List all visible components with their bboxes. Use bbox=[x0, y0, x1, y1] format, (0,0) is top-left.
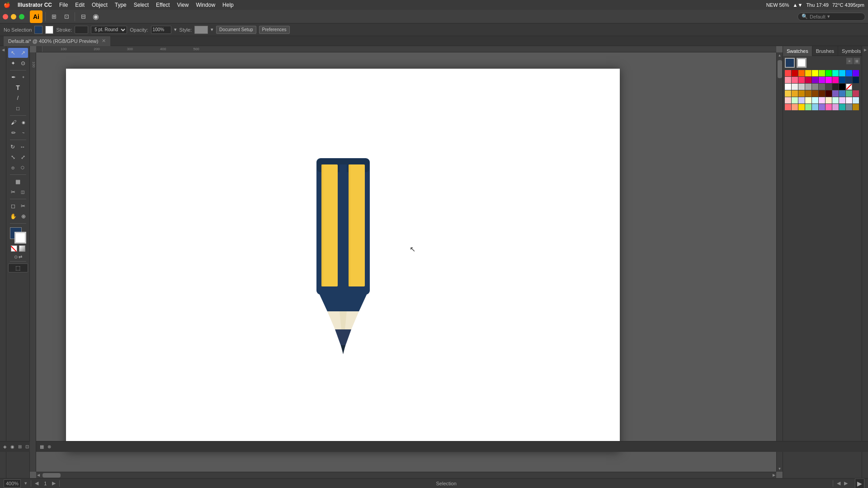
selection-tool-btn[interactable]: ↖ ↗ bbox=[8, 48, 28, 58]
horizontal-scrollbar[interactable]: ◀ ▶ bbox=[36, 472, 776, 478]
swatch-cell[interactable] bbox=[826, 104, 832, 110]
swatch-cell[interactable] bbox=[853, 70, 859, 76]
menu-type[interactable]: Type bbox=[115, 2, 127, 8]
swatch-cell[interactable] bbox=[805, 77, 811, 83]
swatch-cell[interactable] bbox=[826, 97, 832, 103]
type-tool-btn[interactable]: T bbox=[8, 83, 28, 93]
new-doc-btn[interactable]: ⊞ bbox=[48, 11, 59, 22]
scroll-left-btn[interactable]: ◀ bbox=[36, 472, 41, 478]
hand-zoom-tool-btn[interactable]: ✋ ⊕ bbox=[8, 211, 28, 221]
search-bar[interactable]: 🔍 Default ▾ bbox=[797, 13, 865, 21]
swatch-cell[interactable] bbox=[819, 97, 825, 103]
swatch-cell[interactable] bbox=[832, 77, 839, 83]
swatch-cell[interactable] bbox=[785, 84, 791, 90]
scroll-right-btn[interactable]: ▶ bbox=[772, 472, 776, 478]
prev-page-btn[interactable]: ◀ bbox=[35, 480, 38, 486]
open-file-btn[interactable]: ⊡ bbox=[61, 11, 72, 22]
swatch-cell-none[interactable] bbox=[846, 84, 852, 90]
swatch-cell[interactable] bbox=[798, 77, 805, 83]
scroll-up-btn[interactable]: ▲ bbox=[777, 52, 783, 58]
paintbrush-tool-btn[interactable]: 🖌 ◉ bbox=[8, 117, 28, 127]
window-close[interactable] bbox=[3, 14, 8, 19]
swatch-cell[interactable] bbox=[792, 97, 798, 103]
tab-symbols[interactable]: Symbols bbox=[838, 46, 865, 56]
document-tab[interactable]: Default.ai* @ 400% (RGB/GPU Preview) ✕ bbox=[4, 36, 111, 46]
swatch-cell[interactable] bbox=[832, 70, 839, 76]
slice-tool-btn[interactable]: ✂ ◫ bbox=[8, 187, 28, 197]
swatch-cell[interactable] bbox=[832, 97, 839, 103]
menu-view[interactable]: View bbox=[177, 2, 189, 8]
swatch-cell[interactable] bbox=[853, 77, 859, 83]
swatch-cell[interactable] bbox=[792, 90, 798, 97]
scale-tool-btn[interactable]: ⤡ ⤢ bbox=[8, 152, 28, 162]
opacity-input[interactable] bbox=[151, 26, 171, 34]
style-box[interactable] bbox=[194, 26, 208, 34]
swatch-cell[interactable] bbox=[832, 84, 839, 90]
left-panel-collapse[interactable]: ◀ bbox=[0, 46, 6, 478]
chart-tool-btn[interactable]: ▦ bbox=[8, 177, 28, 187]
swatch-cell[interactable] bbox=[826, 84, 832, 90]
swatch-cell[interactable] bbox=[826, 90, 832, 97]
scroll-left-status[interactable]: ◀ bbox=[837, 480, 840, 486]
swatch-cell[interactable] bbox=[785, 104, 791, 110]
panel-btn-6[interactable]: ▦ bbox=[38, 444, 45, 449]
swatch-cell[interactable] bbox=[846, 70, 852, 76]
swatch-cell[interactable] bbox=[798, 84, 805, 90]
swatch-cell[interactable] bbox=[819, 104, 825, 110]
swatch-cell[interactable] bbox=[812, 104, 818, 110]
tab-brushes[interactable]: Brushes bbox=[812, 46, 838, 56]
swatch-cell[interactable] bbox=[839, 97, 845, 103]
swatch-cell[interactable] bbox=[853, 104, 859, 110]
panel-btn-1[interactable]: ◈ bbox=[2, 444, 8, 449]
swatch-cell[interactable] bbox=[832, 90, 839, 97]
swatch-grid-view-btn[interactable]: ⊞ bbox=[854, 58, 860, 64]
play-btn[interactable]: ▶ bbox=[855, 479, 864, 488]
stroke-swatch[interactable] bbox=[14, 232, 26, 244]
swatch-cell[interactable] bbox=[805, 97, 811, 103]
fill-stroke-swatches[interactable] bbox=[10, 227, 26, 244]
canvas-area[interactable]: 100200300400500 100200300400500 bbox=[30, 46, 783, 478]
swap-colors[interactable]: ⇄ bbox=[19, 254, 22, 259]
swatch-cell[interactable] bbox=[846, 77, 852, 83]
zoom-display[interactable]: 400% bbox=[4, 479, 21, 488]
next-page-btn[interactable]: ▶ bbox=[52, 480, 56, 486]
preferences-btn[interactable]: Preferences bbox=[259, 26, 290, 34]
swatch-cell[interactable] bbox=[798, 104, 805, 110]
line-tool-btn[interactable]: / bbox=[8, 93, 28, 103]
menu-file[interactable]: File bbox=[59, 2, 68, 8]
menu-edit[interactable]: Edit bbox=[75, 2, 85, 8]
arrange-btn[interactable]: ⊟ bbox=[78, 11, 89, 22]
opacity-arrow[interactable]: ▾ bbox=[174, 27, 177, 33]
reshape-tool-btn[interactable]: ⌾ ⬡ bbox=[8, 163, 28, 173]
swatch-cell[interactable] bbox=[839, 104, 845, 110]
reset-colors[interactable]: ⊙ bbox=[14, 254, 18, 259]
panel-btn-3[interactable]: ⊞ bbox=[17, 444, 23, 449]
swatch-cell[interactable] bbox=[785, 90, 791, 97]
panel-btn-4[interactable]: ⊡ bbox=[24, 444, 30, 449]
swatch-cell[interactable] bbox=[785, 97, 791, 103]
swatch-cell[interactable] bbox=[812, 70, 818, 76]
swatch-cell[interactable] bbox=[819, 70, 825, 76]
swatch-list-view-btn[interactable]: ≡ bbox=[846, 58, 853, 64]
scroll-thumb-v[interactable] bbox=[778, 60, 782, 78]
current-fill-swatch[interactable] bbox=[785, 58, 795, 68]
gradient-swatch[interactable] bbox=[19, 245, 25, 252]
swatch-cell[interactable] bbox=[846, 90, 852, 97]
scroll-down-btn[interactable]: ▼ bbox=[777, 466, 783, 472]
menu-window[interactable]: Window bbox=[196, 2, 215, 8]
swatch-cell[interactable] bbox=[839, 70, 845, 76]
swatch-cell[interactable] bbox=[846, 97, 852, 103]
swatch-cell[interactable] bbox=[792, 70, 798, 76]
swatch-cell[interactable] bbox=[826, 70, 832, 76]
tab-swatches[interactable]: Swatches bbox=[783, 46, 812, 56]
tab-close-icon[interactable]: ✕ bbox=[102, 38, 106, 44]
stroke-color-input[interactable] bbox=[75, 26, 88, 34]
none-swatch[interactable] bbox=[11, 245, 17, 252]
magic-lasso-tool-btn[interactable]: ✦ ⊙ bbox=[8, 58, 28, 68]
apple-menu[interactable]: 🍎 bbox=[4, 2, 10, 8]
window-minimize[interactable] bbox=[11, 14, 16, 19]
swatch-cell[interactable] bbox=[805, 104, 811, 110]
eraser-tool-btn[interactable]: ◻ ✂ bbox=[8, 201, 28, 211]
swatch-cell[interactable] bbox=[805, 84, 811, 90]
swatch-cell[interactable] bbox=[826, 77, 832, 83]
